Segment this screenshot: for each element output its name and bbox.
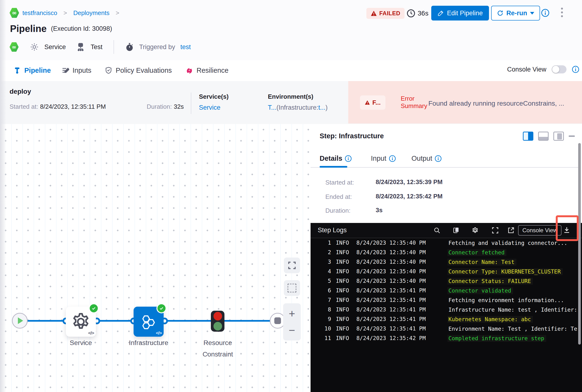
layout-bottom-view-button[interactable] — [538, 132, 548, 141]
stop-icon — [274, 317, 281, 324]
environments-label: Environment(s) — [268, 93, 313, 100]
marquee-select-button[interactable] — [284, 280, 300, 296]
log-line-number: 3 — [320, 259, 331, 265]
download-logs-icon[interactable] — [562, 226, 571, 234]
tab-input[interactable]: Input — [371, 154, 396, 162]
stopwatch-icon — [125, 42, 134, 52]
tab-resilience[interactable]: Resilience — [186, 60, 229, 80]
minimize-panel-button[interactable] — [569, 136, 575, 137]
environment-name[interactable]: Test — [91, 44, 103, 51]
started-at-value: 8/24/2023, 12:35:39 PM — [376, 178, 442, 186]
tab-pipeline-label: Pipeline — [24, 66, 51, 74]
breadcrumb-deployments[interactable]: Deployments — [73, 9, 110, 17]
log-row: 7 INFO 8/24/2023 12:35:41 PM Fetching en… — [311, 297, 582, 306]
code-chip: </> — [156, 330, 162, 336]
log-row: 2 INFO 8/24/2023 12:35:40 PM Connector f… — [311, 249, 582, 259]
copy-icon[interactable] — [452, 226, 460, 235]
log-level: INFO — [336, 326, 349, 332]
info-icon[interactable] — [541, 8, 549, 17]
info-icon[interactable] — [572, 66, 579, 73]
ended-at-value: 8/24/2023, 12:35:42 PM — [376, 193, 442, 200]
success-check-badge — [89, 303, 99, 313]
log-row: 3 INFO 8/24/2023 12:35:40 PM Connector N… — [311, 259, 582, 268]
red-light — [214, 312, 222, 320]
log-level: INFO — [336, 240, 349, 246]
log-message: Connector validated — [447, 287, 513, 294]
tab-inputs[interactable]: Inputs — [62, 60, 91, 80]
triggered-by-label: Triggered by — [139, 44, 175, 51]
code-chip: </> — [88, 330, 94, 336]
title-row: Pipeline (Execution Id: 30098) — [10, 23, 112, 34]
log-line-number: 10 — [320, 326, 331, 332]
pipeline-graph-canvas[interactable]: </> </> Service Infrastructure Resource … — [0, 124, 311, 392]
infrastructure-step-node[interactable]: </> — [134, 307, 164, 337]
log-level: INFO — [336, 316, 349, 322]
settings-gear-icon[interactable] — [471, 226, 479, 235]
warning-icon — [365, 100, 370, 105]
tab-details[interactable]: Details — [320, 154, 352, 162]
service-name[interactable]: Service — [44, 44, 66, 51]
resource-constraint-node[interactable] — [211, 311, 224, 332]
search-icon[interactable] — [433, 226, 441, 235]
marquee-icon — [288, 284, 296, 292]
execution-id: (Execution Id: 30098) — [51, 25, 112, 32]
panel-scrollbar[interactable] — [578, 143, 581, 344]
fit-to-screen-button[interactable] — [284, 258, 300, 273]
log-message: Connector Type: KUBERNETES_CLUSTER — [447, 268, 563, 275]
log-row: 8 INFO 8/24/2023 12:35:41 PM Infrastruct… — [311, 306, 582, 316]
log-row: 6 INFO 8/24/2023 12:35:41 PM Connector v… — [311, 287, 582, 297]
infrastructure-node-label: Infrastructure — [119, 339, 178, 347]
rerun-label: Re-run — [506, 10, 527, 17]
log-line-number: 5 — [320, 278, 331, 284]
ended-at-label: Ended at: — [325, 193, 352, 200]
page-title: Pipeline — [10, 23, 47, 34]
harness-cd-icon: ∞ — [10, 8, 19, 18]
breadcrumb: ∞ testfrancisco > Deployments > — [10, 8, 122, 18]
tab-policy-evaluations-label: Policy Evaluations — [116, 66, 172, 74]
tab-output[interactable]: Output — [411, 154, 442, 162]
duration-value: 32s — [174, 103, 184, 110]
stage-name[interactable]: deploy — [10, 88, 31, 96]
started-at-label: Started at: — [10, 103, 38, 110]
log-level: INFO — [336, 287, 349, 294]
log-message: Fetching and validating connector... — [447, 240, 569, 246]
tab-policy-evaluations[interactable]: Policy Evaluations — [105, 60, 172, 80]
chevron-right-icon: > — [116, 9, 119, 17]
service-step-node[interactable]: </> — [66, 307, 96, 337]
step-details-panel: Step: Infrastructure Details Input Outpu… — [311, 124, 582, 392]
environment-link[interactable]: T...(Infrastructure:t...) — [268, 104, 328, 111]
tab-pipeline[interactable]: Pipeline — [13, 60, 51, 80]
console-view-button[interactable]: Console View — [518, 225, 561, 236]
trigger-user-link[interactable]: test — [180, 44, 191, 51]
log-message: Connector fetched — [447, 249, 506, 256]
log-level: INFO — [336, 249, 349, 255]
layout-split-view-button[interactable] — [523, 132, 533, 141]
elapsed-value: 36s — [418, 10, 428, 17]
fullscreen-icon[interactable] — [491, 226, 499, 235]
log-line-number: 9 — [320, 316, 331, 322]
rerun-button[interactable]: Re-run — [491, 6, 540, 20]
log-row: 4 INFO 8/24/2023 12:35:40 PM Connector T… — [311, 268, 582, 278]
log-message: Infrastructure Name: test , Identifier: — [447, 306, 579, 313]
divider — [191, 92, 191, 114]
log-lines[interactable]: 1 INFO 8/24/2023 12:35:40 PM Fetching an… — [311, 240, 582, 392]
edge — [23, 320, 68, 322]
breadcrumb-project[interactable]: testfrancisco — [23, 9, 57, 17]
log-line-number: 11 — [320, 335, 331, 341]
zoom-out-button[interactable]: − — [289, 324, 295, 337]
edit-pipeline-button[interactable]: Edit Pipeline — [431, 6, 489, 20]
service-link[interactable]: Service — [199, 104, 220, 111]
clock-icon — [407, 9, 415, 18]
layout-right-view-button[interactable] — [553, 132, 564, 141]
error-summary-text[interactable]: Found already running resourceConstrains… — [428, 100, 564, 107]
stage-summary-bar: deploy Started at: 8/24/2023, 12:35:11 P… — [0, 81, 582, 124]
info-icon — [435, 155, 442, 162]
inputs-icon — [62, 66, 69, 74]
more-options-menu[interactable] — [561, 8, 563, 17]
open-in-new-icon[interactable] — [507, 226, 515, 235]
hexagons-icon — [138, 312, 159, 332]
start-node[interactable] — [12, 313, 28, 328]
console-view-toggle[interactable] — [552, 65, 566, 74]
zoom-in-button[interactable]: + — [289, 307, 295, 320]
elapsed-time: 36s — [407, 9, 428, 18]
